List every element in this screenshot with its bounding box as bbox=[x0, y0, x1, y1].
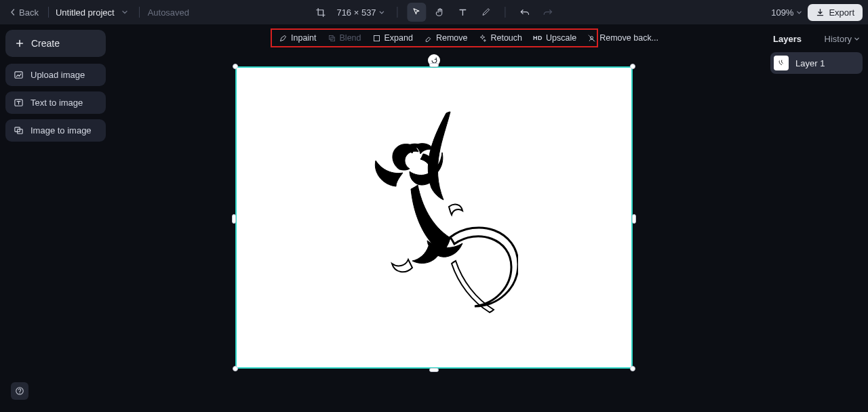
resize-handle-mt[interactable] bbox=[429, 63, 439, 67]
context-toolbar: Inpaint Blend Expand Remove Retouch HD U… bbox=[271, 28, 598, 47]
ctx-label: Inpaint bbox=[291, 33, 317, 43]
help-icon bbox=[15, 386, 24, 396]
image-to-image-icon bbox=[14, 125, 24, 136]
ctx-label: Expand bbox=[384, 33, 413, 43]
divider bbox=[48, 7, 49, 18]
ctx-label: Retouch bbox=[490, 33, 522, 43]
expand-button[interactable]: Expand bbox=[367, 30, 418, 46]
text-icon bbox=[458, 7, 468, 17]
panel-header: Layers History bbox=[770, 30, 863, 52]
divider bbox=[139, 7, 140, 18]
layers-panel: Layers History Layer 1 bbox=[770, 30, 863, 74]
resize-handle-bl[interactable] bbox=[233, 366, 238, 371]
sidebar-item-label: Image to image bbox=[31, 125, 92, 136]
cursor-tool-button[interactable] bbox=[408, 3, 427, 22]
crop-icon bbox=[315, 7, 326, 18]
top-bar: Back Untitled project Autosaved 716 × 53… bbox=[0, 0, 868, 24]
zoom-text: 109% bbox=[771, 7, 793, 18]
layers-title: Layers bbox=[773, 34, 802, 44]
image-to-image-button[interactable]: Image to image bbox=[5, 119, 106, 142]
selection-border bbox=[235, 66, 633, 369]
center-controls: 716 × 537 bbox=[311, 3, 557, 22]
chevron-down-icon bbox=[379, 9, 385, 16]
undo-button[interactable] bbox=[515, 3, 534, 22]
upscale-button[interactable]: HD Upscale bbox=[528, 30, 582, 46]
resize-handle-mb[interactable] bbox=[429, 368, 439, 372]
eyedropper-icon bbox=[481, 7, 491, 17]
zoom-dropdown[interactable]: 109% bbox=[771, 7, 802, 18]
back-label: Back bbox=[19, 7, 39, 18]
right-controls: 109% Export bbox=[771, 4, 863, 21]
cursor-icon bbox=[412, 7, 422, 17]
divider bbox=[505, 7, 506, 18]
blend-button: Blend bbox=[322, 30, 367, 46]
upload-image-icon bbox=[14, 70, 24, 80]
autosaved-label: Autosaved bbox=[148, 7, 189, 18]
upload-image-button[interactable]: Upload image bbox=[5, 64, 106, 86]
layer-label: Layer 1 bbox=[795, 58, 825, 68]
resize-handle-tl[interactable] bbox=[233, 64, 238, 69]
ctx-label: Blend bbox=[340, 33, 361, 43]
resize-handle-ml[interactable] bbox=[232, 214, 236, 224]
help-button[interactable] bbox=[11, 382, 28, 400]
resize-handle-mr[interactable] bbox=[632, 214, 636, 224]
create-label: Create bbox=[31, 38, 60, 49]
chevron-left-icon bbox=[9, 9, 16, 16]
canvas[interactable] bbox=[235, 66, 633, 369]
crop-button[interactable] bbox=[311, 3, 330, 22]
text-to-image-icon bbox=[14, 98, 24, 108]
divider bbox=[397, 7, 398, 18]
chevron-down-icon bbox=[854, 36, 860, 42]
create-button[interactable]: Create bbox=[5, 30, 106, 57]
project-title[interactable]: Untitled project bbox=[54, 7, 116, 18]
svg-rect-6 bbox=[374, 35, 379, 41]
export-label: Export bbox=[829, 7, 854, 18]
resize-handle-tr[interactable] bbox=[630, 64, 635, 69]
eyedropper-tool-button[interactable] bbox=[477, 3, 496, 22]
ctx-label: Remove back... bbox=[599, 33, 658, 43]
undo-icon bbox=[519, 7, 530, 18]
text-to-image-button[interactable]: Text to image bbox=[5, 91, 106, 114]
sidebar-item-label: Text to image bbox=[31, 98, 83, 108]
text-tool-button[interactable] bbox=[454, 3, 473, 22]
inpaint-icon bbox=[279, 34, 288, 43]
left-sidebar: Create Upload image Text to image Image … bbox=[5, 30, 106, 147]
project-dropdown[interactable] bbox=[121, 9, 128, 16]
ctx-label: Remove bbox=[436, 33, 468, 43]
dimensions-dropdown[interactable]: 716 × 537 bbox=[334, 7, 387, 18]
remove-button[interactable]: Remove bbox=[418, 30, 473, 46]
expand-icon bbox=[372, 34, 381, 43]
hand-tool-button[interactable] bbox=[431, 3, 450, 22]
svg-rect-0 bbox=[15, 72, 22, 78]
svg-point-7 bbox=[591, 36, 593, 39]
back-button[interactable]: Back bbox=[5, 7, 43, 18]
resize-handle-br[interactable] bbox=[630, 366, 635, 371]
retouch-icon bbox=[478, 34, 487, 43]
history-label: History bbox=[825, 34, 852, 44]
export-button[interactable]: Export bbox=[808, 4, 863, 21]
layer-item[interactable]: Layer 1 bbox=[770, 52, 863, 74]
sidebar-item-label: Upload image bbox=[31, 70, 85, 80]
hand-icon bbox=[435, 7, 445, 18]
dimensions-text: 716 × 537 bbox=[336, 7, 376, 18]
inpaint-button[interactable]: Inpaint bbox=[273, 30, 322, 46]
svg-point-9 bbox=[19, 393, 20, 394]
plus-icon bbox=[15, 39, 24, 48]
redo-icon bbox=[542, 7, 553, 18]
retouch-button[interactable]: Retouch bbox=[473, 30, 528, 46]
canvas-artwork bbox=[362, 105, 518, 322]
download-icon bbox=[816, 8, 825, 17]
chevron-down-icon bbox=[796, 9, 802, 16]
remove-bg-icon bbox=[587, 34, 596, 43]
eraser-icon bbox=[424, 34, 433, 43]
layer-thumbnail bbox=[774, 56, 789, 70]
hd-icon: HD bbox=[533, 35, 542, 41]
chevron-down-icon bbox=[121, 9, 128, 16]
redo-button[interactable] bbox=[538, 3, 557, 22]
blend-icon bbox=[328, 34, 336, 43]
remove-background-button[interactable]: Remove back... bbox=[582, 30, 664, 46]
history-dropdown[interactable]: History bbox=[825, 34, 860, 44]
ctx-label: Upscale bbox=[546, 33, 576, 43]
